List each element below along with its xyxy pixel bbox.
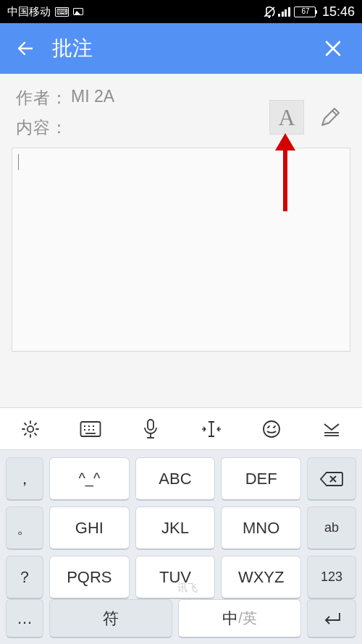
lang-main: 中	[222, 608, 238, 630]
key-symbols[interactable]: 符	[49, 599, 172, 638]
key-backspace[interactable]	[307, 457, 356, 501]
key-pqrs[interactable]: PQRS	[49, 556, 130, 599]
battery-pct: 67	[301, 8, 309, 15]
text-annotation-label: A	[278, 104, 295, 131]
collapse-keyboard-icon[interactable]	[313, 414, 350, 444]
key-ghi[interactable]: GHI	[49, 507, 130, 550]
svg-rect-13	[148, 420, 153, 430]
key-ab-mode[interactable]: ab	[307, 507, 356, 550]
key-mno[interactable]: MNO	[221, 507, 301, 550]
draw-annotation-button[interactable]	[314, 101, 346, 133]
mute-icon	[263, 6, 274, 17]
keyboard-toolbar	[0, 408, 362, 450]
keyboard-layout-icon[interactable]	[72, 414, 109, 444]
annotation-content-input[interactable]	[12, 148, 350, 352]
key-wxyz[interactable]: WXYZ	[221, 556, 301, 599]
voice-input-icon[interactable]	[132, 414, 169, 444]
emoji-icon[interactable]	[253, 414, 290, 444]
key-comma[interactable]: ，	[6, 457, 43, 501]
key-period[interactable]: 。	[6, 507, 43, 550]
clock: 15:46	[322, 4, 355, 20]
text-annotation-button[interactable]: A	[269, 100, 304, 135]
status-bar: 中国移动 ⌨ 67 15:46	[0, 0, 362, 23]
key-question[interactable]: ？	[6, 556, 43, 599]
back-button[interactable]	[14, 38, 36, 59]
svg-rect-5	[80, 422, 100, 436]
text-cursor-icon	[18, 154, 19, 170]
content-label: 内容：	[16, 116, 68, 139]
author-value: MI 2A	[71, 87, 114, 109]
key-123-mode[interactable]: 123	[307, 556, 356, 599]
key-enter[interactable]	[307, 599, 356, 638]
annotation-meta: 作者： MI 2A 内容： A	[0, 74, 362, 143]
page-title: 批注	[52, 35, 319, 62]
svg-point-4	[27, 425, 33, 431]
close-button[interactable]	[319, 34, 348, 63]
key-tuv[interactable]: TUV	[135, 556, 216, 599]
title-bar: 批注	[0, 23, 362, 74]
settings-icon[interactable]	[12, 414, 49, 444]
ime-keyboard: ， ^_^ ABC DEF 。 GHI JKL MNO ab ？ PQRS TU…	[0, 407, 362, 644]
cursor-tool-icon[interactable]	[193, 414, 230, 444]
ime-indicator-icon: ⌨	[55, 7, 69, 17]
svg-point-17	[264, 421, 279, 437]
carrier-label: 中国移动	[7, 5, 51, 19]
key-abc[interactable]: ABC	[135, 457, 216, 501]
author-label: 作者：	[16, 87, 68, 109]
key-kaomoji[interactable]: ^_^	[49, 457, 130, 501]
screenshot-icon	[73, 8, 83, 15]
key-def[interactable]: DEF	[221, 457, 301, 501]
key-lang-toggle[interactable]: 中/英	[178, 599, 301, 638]
key-jkl[interactable]: JKL	[135, 507, 216, 550]
signal-icon	[278, 7, 290, 17]
battery-icon: 67	[294, 7, 316, 17]
lang-alt: 英	[243, 609, 257, 628]
key-ellipsis[interactable]: …	[6, 599, 43, 638]
svg-point-0	[269, 16, 271, 18]
